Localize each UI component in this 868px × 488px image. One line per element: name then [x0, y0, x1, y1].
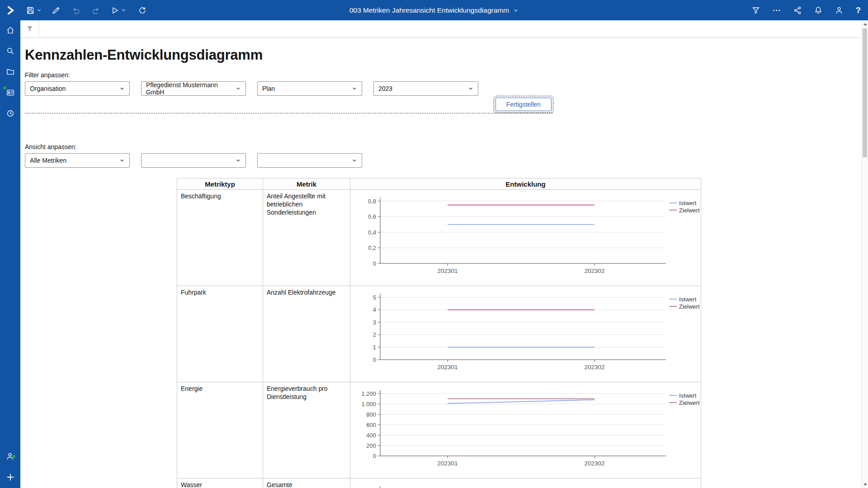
- svg-text:0,4: 0,4: [368, 229, 376, 236]
- table-row: BeschäftigungAnteil Angestellte mit betr…: [177, 190, 701, 286]
- undo-icon: [71, 6, 80, 15]
- svg-text:600: 600: [366, 422, 376, 428]
- view-section-label: Ansicht anpassen:: [25, 143, 868, 150]
- refresh-icon[interactable]: [138, 6, 147, 15]
- title-chevron-down-icon: [513, 8, 519, 13]
- metrics-table: Metriktyp Metrik Entwicklung Beschäftigu…: [177, 178, 701, 488]
- metriktyp-cell: Fuhrpark: [177, 286, 263, 382]
- search-icon[interactable]: [6, 47, 15, 56]
- svg-text:Zielwert: Zielwert: [679, 303, 700, 310]
- sidebar: [0, 20, 20, 488]
- view-dropdown-metrics[interactable]: Alle Metriken: [25, 153, 130, 168]
- view-row: Alle Metriken: [25, 153, 868, 168]
- app-logo-icon[interactable]: [0, 5, 20, 16]
- content-status-dot: [3, 86, 6, 89]
- entwicklung-chart-cell: 012345202301202302IstwertZielwert: [350, 286, 701, 382]
- metriktyp-cell: Energie: [177, 382, 263, 479]
- development-line-chart: 00,20,40,60,8202301202302IstwertZielwert: [354, 192, 704, 283]
- share-icon[interactable]: [793, 6, 802, 15]
- filter-dropdown-value: 2023: [378, 85, 392, 92]
- metrik-cell: Anzahl Elektrofahrzeuge: [263, 286, 350, 382]
- vertical-scrollbar[interactable]: [861, 20, 868, 488]
- view-dropdown-3[interactable]: [257, 153, 362, 168]
- recent-clock-icon[interactable]: [6, 109, 15, 118]
- metrik-cell: Energieverbrauch pro Dienstleistung: [263, 382, 350, 479]
- svg-text:Istwert: Istwert: [679, 200, 697, 206]
- home-icon[interactable]: [6, 26, 15, 35]
- svg-text:0,2: 0,2: [368, 244, 376, 251]
- user-icon[interactable]: [835, 6, 844, 15]
- report-content: Kennzahlen-Entwicklungsdiagramm Filter a…: [20, 20, 868, 488]
- header-metriktyp: Metriktyp: [177, 178, 263, 190]
- new-plus-icon[interactable]: [5, 472, 16, 483]
- svg-text:800: 800: [366, 411, 376, 418]
- filter-dropdown-value: Plan: [262, 85, 275, 92]
- run-icon[interactable]: [110, 6, 119, 15]
- tab-strip: [20, 20, 868, 38]
- notifications-icon[interactable]: [814, 6, 823, 15]
- scroll-down-button[interactable]: [862, 481, 868, 488]
- svg-text:1: 1: [373, 344, 376, 351]
- scroll-up-button[interactable]: [862, 20, 868, 28]
- table-row: EnergieEnergieverbrauch pro Dienstleistu…: [177, 382, 701, 479]
- svg-text:400: 400: [366, 487, 376, 488]
- header-entwicklung: Entwicklung: [350, 178, 701, 190]
- filter-dropdown-year[interactable]: 2023: [373, 81, 478, 96]
- svg-text:1.000: 1.000: [361, 401, 376, 408]
- filter-dropdown-organisation[interactable]: Organisation: [25, 81, 130, 96]
- svg-text:2: 2: [373, 331, 376, 338]
- svg-text:4: 4: [373, 306, 376, 313]
- chevron-down-icon: [119, 86, 125, 91]
- filter-dropdown-company[interactable]: Pflegedienst Mustermann GmbH: [141, 81, 246, 96]
- table-header-row: Metriktyp Metrik Entwicklung: [177, 178, 701, 190]
- page-title: Kennzahlen-Entwicklungsdiagramm: [25, 47, 868, 63]
- filter-dropdown-value: Organisation: [30, 85, 66, 92]
- finish-row: Fertigstellen: [25, 98, 868, 112]
- people-card-icon[interactable]: [6, 88, 15, 97]
- filter-row: Organisation Pflegedienst Mustermann Gmb…: [25, 81, 868, 96]
- document-title-dropdown[interactable]: 003 Metriken Jahresansicht Entwicklungsd…: [349, 6, 519, 14]
- report-page-tab[interactable]: [20, 20, 39, 38]
- filter-section-label: Filter anpassen:: [25, 71, 868, 79]
- view-dropdown-2[interactable]: [141, 153, 246, 168]
- svg-text:3: 3: [373, 319, 376, 326]
- filter-icon[interactable]: [751, 6, 760, 15]
- svg-text:0,6: 0,6: [368, 213, 376, 220]
- svg-text:1.200: 1.200: [361, 390, 376, 397]
- filter-dropdown-plan[interactable]: Plan: [257, 81, 362, 96]
- entwicklung-chart-cell: 02004006008001.0001.200202301202302Istwe…: [350, 382, 701, 479]
- metrics-table-body: BeschäftigungAnteil Angestellte mit betr…: [177, 190, 701, 488]
- svg-text:400: 400: [366, 432, 376, 439]
- metrik-cell: Anteil Angestellte mit betrieblichen Son…: [263, 190, 350, 286]
- save-icon[interactable]: [26, 6, 35, 15]
- help-icon[interactable]: ?: [855, 6, 861, 14]
- top-bar: 003 Metriken Jahresansicht Entwicklungsd…: [0, 0, 868, 20]
- view-dropdown-value: Alle Metriken: [30, 157, 66, 164]
- folder-icon[interactable]: [6, 67, 15, 76]
- chevron-down-icon: [236, 158, 241, 163]
- metriktyp-cell: Wasser: [177, 479, 263, 488]
- overflow-menu-icon[interactable]: [772, 6, 781, 15]
- development-line-chart: 02004006008001.0001.200202301202302Istwe…: [354, 385, 704, 476]
- chevron-down-icon: [119, 158, 125, 163]
- chevron-down-icon: [236, 86, 241, 91]
- finish-button[interactable]: Fertigstellen: [495, 98, 552, 111]
- svg-text:200: 200: [366, 442, 376, 449]
- svg-text:0: 0: [373, 260, 376, 267]
- edit-pencil-icon[interactable]: [52, 6, 61, 15]
- entwicklung-chart-cell: 00,20,40,60,8202301202302IstwertZielwert: [350, 190, 701, 286]
- svg-text:0,8: 0,8: [368, 198, 376, 205]
- redo-icon: [91, 6, 100, 15]
- svg-text:Istwert: Istwert: [679, 392, 697, 399]
- run-chevron-down-icon[interactable]: [121, 8, 126, 13]
- scroll-down-icon: [863, 483, 867, 486]
- chevron-down-icon: [352, 86, 357, 91]
- svg-text:202302: 202302: [584, 460, 604, 467]
- user-status-icon[interactable]: [6, 452, 15, 461]
- scrollbar-thumb[interactable]: [863, 28, 867, 157]
- table-row: FuhrparkAnzahl Elektrofahrzeuge012345202…: [177, 286, 701, 382]
- document-title: 003 Metriken Jahresansicht Entwicklungsd…: [349, 6, 509, 14]
- svg-text:202301: 202301: [437, 267, 458, 274]
- svg-text:Zielwert: Zielwert: [679, 399, 700, 406]
- save-chevron-down-icon[interactable]: [37, 8, 42, 13]
